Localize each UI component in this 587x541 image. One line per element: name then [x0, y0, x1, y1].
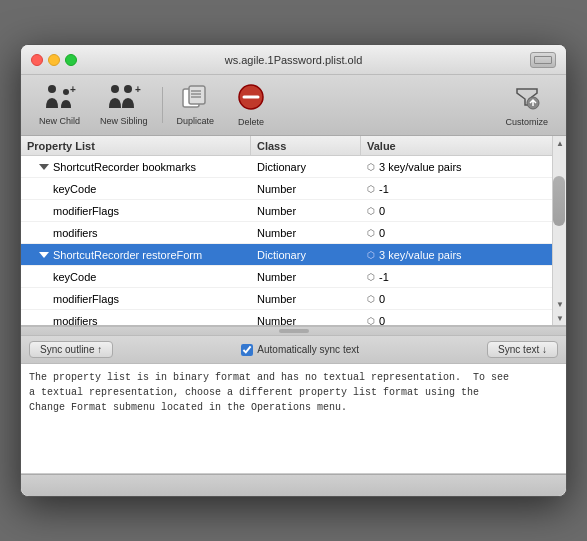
cell-class: Number: [251, 222, 361, 243]
sync-outline-button[interactable]: Sync outline ↑: [29, 341, 113, 358]
cell-value: ⬡0: [361, 222, 566, 243]
auto-sync-label: Automatically sync text: [257, 344, 359, 355]
cell-name: ShortcutRecorder restoreForm: [21, 244, 251, 265]
scroll-bottom-arrow[interactable]: ▼: [553, 311, 566, 325]
value-stepper[interactable]: ⬡: [367, 228, 375, 238]
svg-point-0: [48, 85, 56, 93]
table-row[interactable]: keyCode Number ⬡-1: [21, 178, 566, 200]
new-sibling-button[interactable]: + New Sibling: [92, 82, 156, 128]
duplicate-button[interactable]: Duplicate: [169, 82, 223, 128]
pane-divider[interactable]: [21, 326, 566, 336]
titlebar: ws.agile.1Password.plist.old: [21, 45, 566, 75]
traffic-lights: [31, 54, 77, 66]
value-stepper[interactable]: ⬡: [367, 294, 375, 304]
delete-button[interactable]: Delete: [226, 81, 276, 129]
cell-value: ⬡-1: [361, 266, 566, 287]
sync-text-button[interactable]: Sync text ↓: [487, 341, 558, 358]
delete-icon: [237, 83, 265, 115]
table-row[interactable]: modifiers Number ⬡0: [21, 310, 566, 325]
value-stepper[interactable]: ⬡: [367, 206, 375, 216]
customize-label: Customize: [505, 117, 548, 127]
collapse-triangle[interactable]: [39, 252, 49, 258]
cell-value: ⬡-1: [361, 178, 566, 199]
delete-label: Delete: [238, 117, 264, 127]
scrollbar-thumb[interactable]: [553, 176, 565, 226]
svg-point-3: [111, 85, 119, 93]
cell-class: Number: [251, 288, 361, 309]
cell-name: modifiers: [21, 310, 251, 325]
scroll-up-arrow[interactable]: ▲: [553, 136, 566, 150]
table-row[interactable]: ShortcutRecorder restoreForm Dictionary …: [21, 244, 566, 266]
new-sibling-label: New Sibling: [100, 116, 148, 126]
svg-point-4: [124, 85, 132, 93]
close-button[interactable]: [31, 54, 43, 66]
table-row[interactable]: modifierFlags Number ⬡0: [21, 200, 566, 222]
text-content[interactable]: The property list is in binary format an…: [29, 370, 558, 415]
cell-value: ⬡0: [361, 310, 566, 325]
duplicate-label: Duplicate: [177, 116, 215, 126]
cell-class: Dictionary: [251, 156, 361, 177]
header-class: Class: [251, 136, 361, 155]
new-sibling-icon: +: [106, 84, 142, 114]
auto-sync-area: Automatically sync text: [121, 344, 479, 356]
table-row[interactable]: ShortcutRecorder bookmarks Dictionary ⬡3…: [21, 156, 566, 178]
cell-name: modifierFlags: [21, 200, 251, 221]
table-header: Property List Class Value: [21, 136, 566, 156]
svg-text:+: +: [135, 84, 141, 95]
customize-button[interactable]: Customize: [497, 81, 556, 129]
cell-name: modifierFlags: [21, 288, 251, 309]
svg-rect-7: [189, 86, 205, 104]
maximize-button[interactable]: [65, 54, 77, 66]
property-list-table: Property List Class Value ShortcutRecord…: [21, 136, 566, 326]
sync-bar: Sync outline ↑ Automatically sync text S…: [21, 336, 566, 364]
svg-point-1: [63, 89, 69, 95]
collapse-triangle[interactable]: [39, 164, 49, 170]
vertical-scrollbar[interactable]: ▲ ▼ ▼: [552, 136, 566, 325]
cell-value: ⬡0: [361, 288, 566, 309]
auto-sync-checkbox[interactable]: [241, 344, 253, 356]
cell-name: modifiers: [21, 222, 251, 243]
table-body: ShortcutRecorder bookmarks Dictionary ⬡3…: [21, 156, 566, 325]
table-row[interactable]: keyCode Number ⬡-1: [21, 266, 566, 288]
value-stepper[interactable]: ⬡: [367, 184, 375, 194]
toolbar: + New Child + New Sibling: [21, 75, 566, 136]
table-row[interactable]: modifiers Number ⬡0: [21, 222, 566, 244]
svg-text:+: +: [70, 84, 76, 95]
customize-icon: [513, 83, 541, 115]
cell-value: ⬡3 key/value pairs: [361, 156, 566, 177]
table-row[interactable]: modifierFlags Number ⬡0: [21, 288, 566, 310]
cell-class: Dictionary: [251, 244, 361, 265]
cell-class: Number: [251, 310, 361, 325]
bottom-bar: [21, 474, 566, 496]
divider-handle: [279, 329, 309, 333]
header-value: Value: [361, 136, 566, 155]
value-stepper[interactable]: ⬡: [367, 272, 375, 282]
cell-name: keyCode: [21, 178, 251, 199]
value-stepper[interactable]: ⬡: [367, 250, 375, 260]
new-child-label: New Child: [39, 116, 80, 126]
new-child-icon: +: [44, 84, 76, 114]
cell-value: ⬡3 key/value pairs: [361, 244, 566, 265]
header-property-list: Property List: [21, 136, 251, 155]
duplicate-icon: [181, 84, 209, 114]
value-stepper[interactable]: ⬡: [367, 316, 375, 326]
cell-class: Number: [251, 266, 361, 287]
value-stepper[interactable]: ⬡: [367, 162, 375, 172]
window-title: ws.agile.1Password.plist.old: [225, 54, 363, 66]
new-child-button[interactable]: + New Child: [31, 82, 88, 128]
text-area-container: The property list is in binary format an…: [21, 364, 566, 474]
cell-class: Number: [251, 200, 361, 221]
cell-class: Number: [251, 178, 361, 199]
cell-value: ⬡0: [361, 200, 566, 221]
cell-name: keyCode: [21, 266, 251, 287]
scroll-down-arrow[interactable]: ▼: [553, 297, 566, 311]
cell-name: ShortcutRecorder bookmarks: [21, 156, 251, 177]
minimize-button[interactable]: [48, 54, 60, 66]
main-window: ws.agile.1Password.plist.old +: [20, 44, 567, 497]
toolbar-separator-1: [162, 87, 163, 123]
